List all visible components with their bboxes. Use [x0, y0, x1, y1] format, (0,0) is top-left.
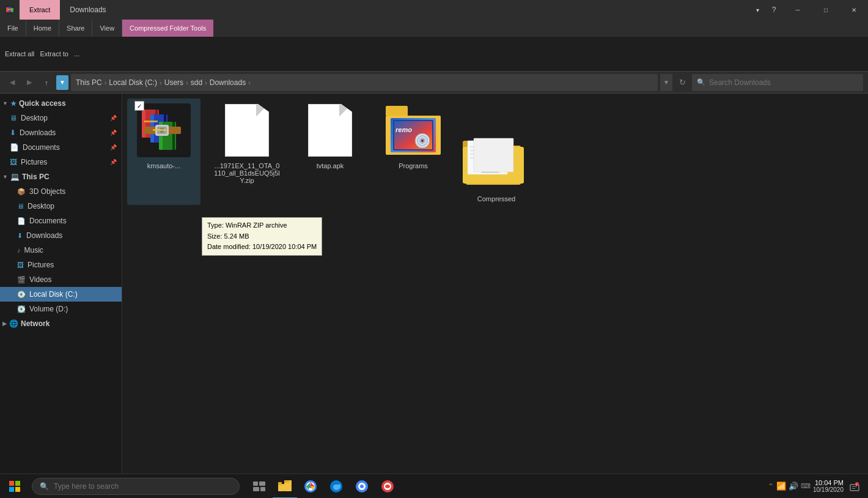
- start-button[interactable]: [0, 474, 29, 499]
- taskbar-search-input[interactable]: [54, 482, 232, 491]
- svg-rect-50: [284, 480, 289, 483]
- file-label-compressed: Compressed: [477, 195, 515, 203]
- search-input[interactable]: [709, 78, 858, 87]
- content-area: ✓: [122, 94, 868, 481]
- keyboard-tray-icon[interactable]: ⌨: [801, 482, 811, 490]
- address-dropdown[interactable]: ▼: [660, 74, 672, 91]
- svg-rect-48: [278, 482, 282, 485]
- sidebar-item-pictures-quick[interactable]: 🖼 Pictures 📌: [0, 155, 122, 169]
- chrome-taskbar-btn[interactable]: [298, 474, 323, 499]
- tab-extract[interactable]: Extract: [20, 0, 60, 20]
- file-icon-programs: remo: [384, 101, 443, 160]
- sidebar: ▼ ★ Quick access 🖥 Desktop 📌 ⬇ Downloads…: [0, 94, 122, 481]
- winrar-icon: [137, 103, 191, 157]
- help-button[interactable]: ?: [764, 0, 784, 20]
- taskbar-search-icon: 🔍: [40, 482, 49, 491]
- sidebar-this-pc[interactable]: ▼ 💻 This PC: [0, 169, 122, 184]
- ribbon-collapse-btn[interactable]: ▾: [754, 7, 762, 13]
- svg-rect-19: [144, 121, 158, 122]
- sidebar-item-downloads-quick[interactable]: ⬇ Downloads 📌: [0, 125, 122, 140]
- browser2-icon: [356, 480, 368, 492]
- close-button[interactable]: ✕: [840, 0, 868, 20]
- file-item-apk[interactable]: tvtap.apk: [293, 98, 367, 205]
- sidebar-quick-access[interactable]: ▼ ★ Quick access: [0, 96, 122, 111]
- ribbon: File Home Share View Compressed Folder T…: [0, 20, 868, 72]
- volume-tray-icon[interactable]: 🔊: [789, 481, 798, 491]
- svg-rect-43: [253, 481, 258, 486]
- minimize-button[interactable]: ─: [784, 0, 812, 20]
- sidebar-item-documents[interactable]: 📄 Documents: [0, 214, 122, 228]
- file-label-kmsauto: kmsauto-...: [147, 162, 180, 169]
- browser2-taskbar-btn[interactable]: [350, 474, 374, 499]
- network-tray-icon[interactable]: 📶: [776, 481, 786, 491]
- downloads-icon2: ⬇: [17, 232, 23, 240]
- edge-icon: [330, 480, 342, 492]
- sidebar-item-desktop-quick[interactable]: 🖥 Desktop 📌: [0, 111, 122, 125]
- remo-folder-icon: remo: [386, 106, 441, 155]
- taskbar-apps: [247, 474, 400, 499]
- ribbon-content: Extract all Extract to ...: [0, 37, 868, 71]
- main-layout: ▼ ★ Quick access 🖥 Desktop 📌 ⬇ Downloads…: [0, 94, 868, 481]
- tab-downloads[interactable]: Downloads: [60, 0, 116, 20]
- edge-taskbar-btn[interactable]: [324, 474, 348, 499]
- sidebar-item-desktop[interactable]: 🖥 Desktop: [0, 199, 122, 214]
- up-button[interactable]: ↑: [39, 75, 54, 90]
- svg-rect-14: [172, 122, 175, 150]
- file-item-compressed[interactable]: Compressed: [460, 123, 533, 205]
- sidebar-item-3dobjects[interactable]: 📦 3D Objects: [0, 184, 122, 199]
- tab-file[interactable]: File: [0, 20, 26, 37]
- path-users[interactable]: Users: [164, 78, 183, 87]
- network-icon: 🌐: [9, 319, 18, 328]
- tab-share[interactable]: Share: [59, 20, 92, 37]
- sidebar-item-volume-d[interactable]: 💽 Volume (D:): [0, 302, 122, 316]
- tab-home[interactable]: Home: [26, 20, 59, 37]
- videos-icon: 🎬: [17, 276, 26, 284]
- file-item-zip[interactable]: ...1971EX_11_OTA_0110_all_B1dsEUQ5j5lY.z…: [210, 98, 284, 205]
- file-item-kmsauto[interactable]: ✓: [127, 98, 200, 205]
- refresh-button[interactable]: ↻: [675, 75, 690, 90]
- ribbon-tabs: File Home Share View Compressed Folder T…: [0, 20, 868, 37]
- path-this-pc[interactable]: This PC: [76, 78, 102, 87]
- sidebar-item-pictures[interactable]: 🖼 Pictures: [0, 258, 122, 272]
- chrome-icon: [304, 480, 317, 492]
- sidebar-item-videos[interactable]: 🎬 Videos: [0, 272, 122, 287]
- sidebar-item-music[interactable]: ♪ Music: [0, 243, 122, 258]
- address-path[interactable]: This PC › Local Disk (C:) › Users › sdd …: [71, 74, 658, 91]
- svg-rect-45: [253, 487, 259, 491]
- app5-taskbar-btn[interactable]: [375, 474, 400, 499]
- file-item-programs[interactable]: remo Programs: [377, 98, 450, 205]
- back-button[interactable]: ◀: [5, 75, 20, 90]
- sidebar-network[interactable]: ▶ 🌐 Network: [0, 316, 122, 331]
- svg-rect-38: [474, 138, 513, 172]
- path-local-disk[interactable]: Local Disk (C:): [109, 78, 157, 87]
- task-view-button[interactable]: [247, 474, 271, 499]
- tray-overflow-icon[interactable]: ⌃: [768, 482, 774, 491]
- svg-rect-61: [852, 486, 857, 487]
- nav-location-icon[interactable]: ▼: [56, 75, 68, 90]
- forward-button[interactable]: ▶: [22, 75, 37, 90]
- file-explorer-taskbar-btn[interactable]: [273, 474, 297, 499]
- file-checkbox[interactable]: ✓: [134, 101, 144, 111]
- apk-file-icon: [308, 104, 352, 157]
- path-sdd[interactable]: sdd: [191, 78, 202, 87]
- taskbar-search[interactable]: 🔍: [32, 478, 240, 495]
- sidebar-item-local-disk[interactable]: 💽 Local Disk (C:): [0, 287, 122, 302]
- search-box[interactable]: 🔍: [692, 74, 863, 91]
- sidebar-item-documents-quick[interactable]: 📄 Documents 📌: [0, 140, 122, 155]
- file-icon-apk: [301, 101, 359, 160]
- quick-access-label: Quick access: [19, 99, 66, 108]
- pictures-icon2: 🖼: [17, 261, 24, 269]
- quick-access-arrow: ▼: [2, 100, 8, 106]
- tab-compressed-folder-tools[interactable]: Compressed Folder Tools: [122, 20, 213, 37]
- title-bar: Extract Downloads ▾ ? ─ □ ✕: [0, 0, 868, 20]
- sidebar-item-downloads[interactable]: ⬇ Downloads: [0, 228, 122, 243]
- system-time[interactable]: 10:04 PM 10/19/2020: [813, 479, 844, 493]
- path-downloads[interactable]: Downloads: [210, 78, 246, 87]
- tab-view[interactable]: View: [92, 20, 122, 37]
- svg-point-26: [421, 139, 424, 142]
- maximize-button[interactable]: □: [812, 0, 840, 20]
- title-controls: ▾ ? ─ □ ✕: [754, 0, 868, 20]
- svg-rect-39: [9, 481, 14, 486]
- svg-rect-41: [9, 487, 14, 492]
- notification-icon[interactable]: 3: [846, 474, 863, 499]
